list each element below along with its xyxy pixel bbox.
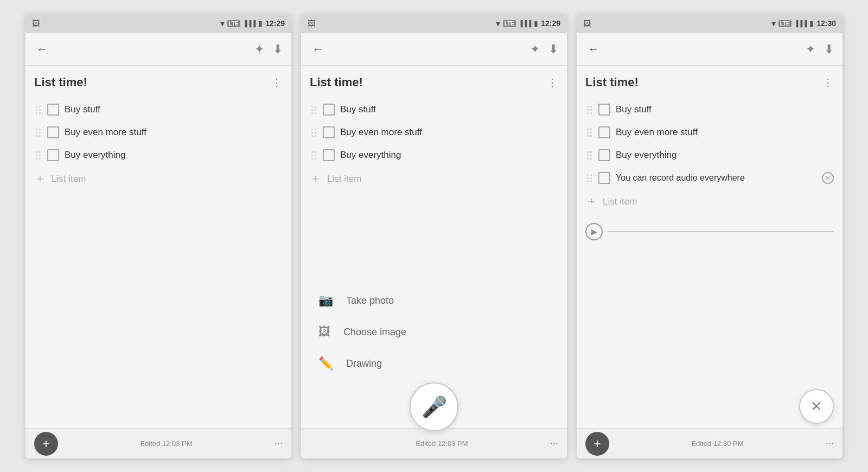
- checkbox-0-3[interactable]: [598, 104, 610, 116]
- list-item-2-1: Buy everything: [34, 144, 283, 167]
- checkbox-2-3[interactable]: [598, 149, 610, 161]
- back-button-1[interactable]: ←: [34, 40, 50, 59]
- drag-handle-0-3: [585, 106, 593, 114]
- overlay-choose-image[interactable]: 🖼 Choose image: [301, 316, 567, 348]
- play-button[interactable]: ▶: [585, 223, 603, 240]
- close-x-icon: ✕: [810, 398, 822, 415]
- checkbox-1-1[interactable]: [47, 126, 59, 138]
- list-item-2-2: Buy everything: [310, 144, 558, 167]
- more-button-3[interactable]: ···: [826, 438, 834, 449]
- status-bar-left-3: 🖼: [583, 19, 591, 28]
- status-bar-3: 🖼 ▾ LTE ▐▐▐ ▮ 12:30: [577, 14, 843, 33]
- add-item-row-2[interactable]: + List item: [310, 167, 558, 192]
- kebab-menu-1[interactable]: ⋮: [271, 76, 283, 89]
- photo-icon-2: 🖼: [308, 19, 315, 28]
- bottom-bar-2: Edited 12:03 PM ···: [301, 428, 567, 458]
- mic-fab-2[interactable]: 🎤: [410, 382, 458, 431]
- checkbox-1-3[interactable]: [598, 126, 610, 138]
- audio-item-text-3-3: You can record audio everywhere: [616, 173, 816, 184]
- toolbar-icons-2: ✦ ⬇: [530, 42, 558, 56]
- audio-track[interactable]: [608, 231, 834, 232]
- edit-time-3: Edited 12:30 PM: [691, 439, 743, 448]
- add-item-placeholder-2: List item: [327, 174, 361, 184]
- plus-icon-1: +: [34, 172, 46, 186]
- checkbox-1-2[interactable]: [323, 126, 335, 138]
- item-text-0-2: Buy stuff: [340, 104, 558, 115]
- drag-handle-0-2: [310, 106, 317, 114]
- cancel-audio-item-btn[interactable]: ✕: [822, 172, 834, 184]
- lte-badge-1: LTE: [227, 20, 240, 27]
- list-item-3-3: You can record audio everywhere ✕: [585, 167, 834, 189]
- drag-handle-1-3: [585, 129, 593, 137]
- photo-icon-3: 🖼: [583, 19, 591, 28]
- microphone-icon: 🎤: [422, 395, 447, 419]
- camera-icon: 📷: [318, 294, 333, 308]
- checkbox-3-3[interactable]: [598, 172, 610, 184]
- back-button-2[interactable]: ←: [310, 40, 326, 59]
- item-text-1-3: Buy even more stuff: [616, 127, 834, 138]
- plus-icon-2: +: [310, 172, 322, 186]
- more-button-2[interactable]: ···: [550, 438, 558, 449]
- status-time-2: 12:29: [541, 19, 560, 28]
- checkbox-0-2[interactable]: [323, 104, 335, 116]
- lte-badge-2: LTE: [503, 20, 516, 27]
- touch-icon-2[interactable]: ✦: [530, 42, 540, 56]
- drag-handle-2-1: [34, 151, 42, 160]
- status-bar-left-2: 🖼: [308, 19, 315, 28]
- title-row-3: List time! ⋮: [585, 75, 834, 90]
- checkbox-2-1[interactable]: [47, 149, 59, 161]
- fab-plus-icon-1: +: [42, 437, 50, 450]
- back-button-3[interactable]: ←: [585, 40, 602, 59]
- wifi-icon-2: ▾: [496, 18, 500, 29]
- audio-bar-row: ▶: [585, 214, 834, 249]
- image-icon: 🖼: [318, 325, 330, 339]
- touch-icon-1[interactable]: ✦: [254, 42, 264, 56]
- list-item-1-3: Buy even more stuff: [585, 121, 834, 144]
- overlay-take-photo[interactable]: 📷 Take photo: [301, 285, 567, 316]
- item-text-2-1: Buy everything: [65, 150, 283, 161]
- status-time-3: 12:30: [816, 19, 836, 28]
- item-text-1-2: Buy even more stuff: [340, 127, 558, 138]
- list-item-2-3: Buy everything: [585, 144, 834, 167]
- list-item-0-3: Buy stuff: [585, 98, 834, 121]
- drag-handle-3-3: [585, 174, 593, 182]
- more-button-1[interactable]: ···: [275, 438, 283, 449]
- list-item-0-2: Buy stuff: [310, 98, 558, 121]
- content-1: List time! ⋮ Buy stuff Buy even more stu…: [25, 66, 291, 428]
- add-item-row-3[interactable]: + List item: [585, 189, 834, 214]
- touch-icon-3[interactable]: ✦: [806, 42, 815, 56]
- add-fab-3[interactable]: +: [585, 432, 609, 456]
- add-fab-1[interactable]: +: [34, 432, 58, 456]
- lte-badge-3: LTE: [778, 20, 792, 27]
- fab-plus-icon-3: +: [593, 437, 601, 450]
- phone-1: 🖼 ▾ LTE ▐▐▐ ▮ 12:29 ← ✦ ⬇ List time! ⋮: [25, 14, 291, 458]
- add-item-row-1[interactable]: + List item: [34, 167, 283, 192]
- phone-3: 🖼 ▾ LTE ▐▐▐ ▮ 12:30 ← ✦ ⬇ List time! ⋮: [577, 14, 843, 458]
- signal-icon-3: ▐▐▐: [794, 20, 807, 27]
- close-fab-3[interactable]: ✕: [799, 389, 834, 424]
- save-icon-3[interactable]: ⬇: [824, 42, 834, 56]
- save-icon-2[interactable]: ⬇: [548, 42, 558, 56]
- list-item-1-1: Buy even more stuff: [34, 121, 283, 144]
- content-3: List time! ⋮ Buy stuff Buy even more stu…: [577, 66, 843, 428]
- status-bar-right-2: ▾ LTE ▐▐▐ ▮ 12:29: [496, 18, 560, 29]
- checkbox-2-2[interactable]: [323, 149, 335, 161]
- item-text-1-1: Buy even more stuff: [65, 127, 283, 138]
- status-bar-right-1: ▾ LTE ▐▐▐ ▮ 12:29: [220, 18, 285, 29]
- drawing-icon: ✏️: [318, 356, 333, 371]
- overlay-drawing[interactable]: ✏️ Drawing: [301, 348, 567, 379]
- drawing-label: Drawing: [346, 358, 382, 369]
- list-item-1-2: Buy even more stuff: [310, 121, 558, 144]
- bottom-bar-1: + Edited 12:03 PM ···: [25, 428, 291, 458]
- drag-handle-1-2: [310, 129, 317, 137]
- title-row-1: List time! ⋮: [34, 75, 283, 90]
- checkbox-0-1[interactable]: [47, 104, 59, 116]
- kebab-menu-3[interactable]: ⋮: [822, 76, 834, 89]
- drag-handle-0-1: [34, 106, 42, 114]
- status-bar-right-3: ▾ LTE ▐▐▐ ▮ 12:30: [771, 18, 836, 29]
- kebab-menu-2[interactable]: ⋮: [547, 76, 558, 89]
- drag-handle-2-2: [310, 151, 317, 160]
- item-text-2-3: Buy everything: [616, 150, 834, 161]
- plus-icon-3: +: [585, 195, 597, 209]
- save-icon-1[interactable]: ⬇: [273, 42, 283, 56]
